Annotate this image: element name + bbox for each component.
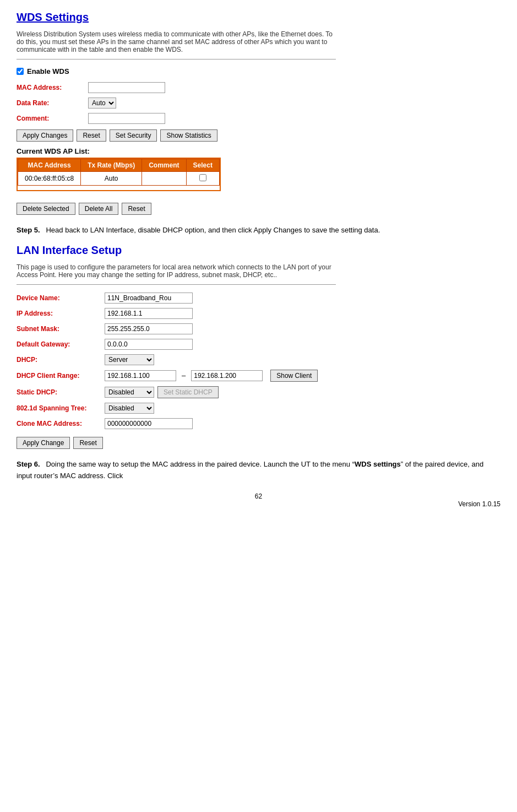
device-name-row: Device Name: [17, 293, 500, 304]
ip-address-label: IP Address: [17, 310, 105, 317]
step6-label: Step 6. [17, 460, 40, 468]
footer: 62 Version 1.0.15 [17, 492, 500, 508]
cell-tx-rate: Auto [81, 172, 142, 186]
wds-table-container: MAC Address Tx Rate (Mbps) Comment Selec… [17, 158, 221, 191]
step5-label: Step 5. [17, 226, 40, 234]
lan-buttons-row: Apply Change Reset [17, 437, 500, 449]
dhcp-range-dash: – [182, 371, 186, 380]
row-select-checkbox[interactable] [199, 174, 206, 181]
dhcp-client-range-label: DHCP Client Range: [17, 372, 105, 380]
ip-address-input[interactable] [105, 308, 193, 319]
lan-description: This page is used to configure the param… [17, 263, 336, 285]
table-row: 00:0e:68:ff:05:c8 Auto [18, 172, 220, 186]
subnet-mask-label: Subnet Mask: [17, 325, 105, 333]
static-dhcp-select[interactable]: Disabled [105, 387, 154, 398]
col-tx-rate: Tx Rate (Mbps) [81, 159, 142, 172]
dhcp-row: DHCP: Server [17, 354, 500, 365]
data-rate-label: Data Rate: [17, 99, 88, 107]
version-text: Version 1.0.15 [458, 500, 500, 508]
default-gateway-row: Default Gateway: [17, 339, 500, 350]
clone-mac-label: Clone MAC Address: [17, 420, 105, 427]
table-buttons-row: Delete Selected Delete All Reset [17, 203, 500, 215]
wds-title: WDS Settings [17, 11, 500, 24]
col-comment: Comment [142, 159, 186, 172]
current-ap-list-label: Current WDS AP List: [17, 147, 500, 155]
wds-description: Wireless Distribution System uses wirele… [17, 30, 336, 59]
step6-block: Step 6. Doing the same way to setup the … [17, 459, 500, 482]
delete-selected-button[interactable]: Delete Selected [17, 203, 75, 215]
wds-settings-section: WDS Settings Wireless Distribution Syste… [17, 11, 500, 215]
set-static-dhcp-button[interactable]: Set Static DHCP [157, 386, 219, 398]
enable-wds-row: Enable WDS [17, 67, 500, 75]
spanning-tree-label: 802.1d Spanning Tree: [17, 404, 105, 412]
dhcp-client-range-row: DHCP Client Range: – Show Client [17, 370, 500, 382]
mac-address-row: MAC Address: [17, 82, 500, 93]
enable-wds-checkbox[interactable] [17, 68, 24, 75]
table-reset-button[interactable]: Reset [122, 203, 151, 215]
mac-address-label: MAC Address: [17, 84, 88, 91]
lan-section: LAN Interface Setup This page is used to… [17, 244, 500, 449]
default-gateway-input[interactable] [105, 339, 193, 350]
dhcp-range-start-input[interactable] [105, 370, 176, 381]
clone-mac-row: Clone MAC Address: [17, 418, 500, 429]
lan-reset-button[interactable]: Reset [73, 437, 102, 449]
wds-buttons-row: Apply Changes Reset Set Security Show St… [17, 129, 500, 142]
dhcp-label: DHCP: [17, 356, 105, 364]
data-rate-row: Data Rate: Auto [17, 98, 500, 109]
show-statistics-button[interactable]: Show Statistics [160, 129, 217, 142]
device-name-label: Device Name: [17, 294, 105, 302]
step5-block: Step 5. Head back to LAN Interface, disa… [17, 225, 500, 236]
cell-mac: 00:0e:68:ff:05:c8 [18, 172, 81, 186]
default-gateway-label: Default Gateway: [17, 340, 105, 348]
show-client-button[interactable]: Show Client [270, 370, 318, 382]
dhcp-range-end-input[interactable] [191, 370, 263, 381]
comment-row: Comment: [17, 113, 500, 124]
delete-all-button[interactable]: Delete All [79, 203, 119, 215]
dhcp-range-group: – Show Client [105, 370, 318, 382]
apply-change-button[interactable]: Apply Change [17, 437, 70, 449]
apply-changes-button[interactable]: Apply Changes [17, 129, 73, 142]
subnet-mask-row: Subnet Mask: [17, 323, 500, 334]
subnet-mask-input[interactable] [105, 323, 193, 334]
comment-input[interactable] [88, 113, 165, 124]
static-dhcp-label: Static DHCP: [17, 388, 105, 396]
step6-bold: WDS settings [355, 460, 401, 468]
page-number: 62 [17, 492, 500, 500]
col-mac-address: MAC Address [18, 159, 81, 172]
step6-text: Doing the same way to setup the MAC addr… [46, 460, 355, 468]
dhcp-select[interactable]: Server [105, 354, 154, 365]
cell-comment [142, 172, 186, 186]
set-security-button[interactable]: Set Security [110, 129, 157, 142]
lan-title: LAN Interface Setup [17, 244, 500, 257]
reset-button[interactable]: Reset [77, 129, 106, 142]
spanning-tree-select[interactable]: Disabled [105, 403, 154, 414]
enable-wds-label: Enable WDS [27, 67, 69, 75]
spanning-tree-row: 802.1d Spanning Tree: Disabled [17, 403, 500, 414]
mac-address-input[interactable] [88, 82, 165, 93]
comment-label: Comment: [17, 115, 88, 122]
step5-text: Head back to LAN Interface, disable DHCP… [46, 226, 380, 234]
static-dhcp-row: Static DHCP: Disabled Set Static DHCP [17, 386, 500, 398]
ip-address-row: IP Address: [17, 308, 500, 319]
wds-table: MAC Address Tx Rate (Mbps) Comment Selec… [18, 159, 220, 186]
data-rate-select[interactable]: Auto [88, 98, 116, 109]
device-name-input[interactable] [105, 293, 193, 304]
clone-mac-input[interactable] [105, 418, 193, 429]
cell-select [186, 172, 219, 186]
col-select: Select [186, 159, 219, 172]
